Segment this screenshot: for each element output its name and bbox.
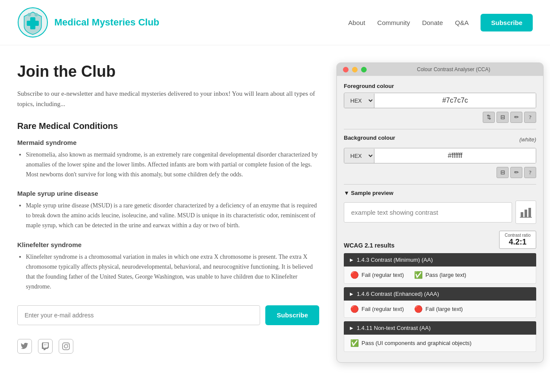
contrast-ratio-label: Contrast ratio — [505, 233, 531, 238]
window-close-button[interactable] — [343, 67, 349, 72]
wcag-result-text-1-4-3-0: Fail (regular text) — [361, 272, 404, 278]
svg-rect-9 — [525, 210, 527, 217]
wcag-label-1-4-3: 1.4.3 Contrast (Minimum) (AA) — [357, 257, 433, 263]
cca-titlebar: Colour Contrast Analyser (CCA) — [337, 63, 543, 76]
site-header: Medical Mysteries Club About Community D… — [0, 0, 550, 45]
main-layout: Join the Club Subscribe to our e-newslet… — [0, 45, 550, 380]
pass-icon-1-4-11-0: ✅ — [350, 339, 359, 347]
svg-point-6 — [64, 345, 68, 348]
twitter-icon[interactable] — [17, 339, 32, 354]
cca-body: Foreground colour HEX RGB HSL ⇅ ⊟ ✏ ? — [337, 76, 543, 362]
sample-preview-row: example text showing contrast — [344, 201, 536, 224]
bg-label: Background colour — [344, 135, 395, 141]
wcag-result-1-4-3-0: 🔴 Fail (regular text) — [350, 271, 404, 279]
main-nav: About Community Donate Q&A Subscribe — [348, 14, 533, 31]
wcag-title: WCAG 2.1 results — [344, 242, 394, 249]
svg-rect-10 — [528, 208, 531, 217]
svg-rect-2 — [27, 21, 39, 26]
window-minimize-button[interactable] — [352, 67, 358, 72]
bg-help-icon[interactable]: ? — [524, 167, 536, 178]
nav-qa[interactable]: Q&A — [455, 19, 469, 26]
cca-window: Colour Contrast Analyser (CCA) Foregroun… — [336, 63, 544, 363]
contrast-ratio-value: 4.2:1 — [505, 238, 531, 247]
contrast-ratio-box: Contrast ratio 4.2:1 — [499, 231, 536, 249]
instagram-icon[interactable] — [59, 339, 73, 354]
bg-value-input[interactable] — [374, 148, 536, 163]
fail-icon-1-4-6-1: 🔴 — [414, 305, 423, 313]
wcag-item-header-1-4-6[interactable]: ▶ 1.4.6 Contrast (Enhanced) (AAA) — [344, 287, 536, 301]
bg-label-row: Background colour (white) — [344, 135, 536, 144]
condition-maple: Maple syrup urine disease Maple syrup ur… — [17, 190, 319, 230]
fg-eyedropper-icon[interactable]: ✏ — [510, 112, 522, 123]
svg-rect-8 — [521, 212, 523, 217]
wcag-label-1-4-6: 1.4.6 Contrast (Enhanced) (AAA) — [357, 291, 439, 297]
wcag-result-text-1-4-11-0: Pass (UI components and graphical object… — [361, 340, 471, 346]
fg-sliders-icon[interactable]: ⊟ — [497, 112, 509, 123]
email-subscribe-row: Subscribe — [17, 305, 319, 325]
sample-preview-label: ▼ Sample preview — [344, 190, 536, 196]
svg-point-3 — [28, 13, 31, 16]
svg-rect-5 — [63, 343, 69, 350]
wcag-header-row: WCAG 2.1 results Contrast ratio 4.2:1 — [344, 231, 536, 249]
email-input[interactable] — [17, 305, 260, 325]
preview-divider — [344, 184, 536, 185]
wcag-item-1-4-6: ▶ 1.4.6 Contrast (Enhanced) (AAA) 🔴 Fail… — [344, 287, 536, 318]
bg-eyedropper-icon[interactable]: ✏ — [510, 167, 522, 178]
site-logo — [17, 7, 48, 38]
sample-chart-button[interactable] — [515, 201, 536, 224]
wcag-item-header-1-4-11[interactable]: ▶ 1.4.11 Non-text Contrast (AA) — [344, 321, 536, 335]
wcag-item-body-1-4-6: 🔴 Fail (regular text) 🔴 Fail (large text… — [344, 301, 536, 318]
window-maximize-button[interactable] — [361, 67, 367, 72]
wcag-chevron-1-4-6: ▶ — [350, 292, 353, 296]
wcag-item-1-4-11: ▶ 1.4.11 Non-text Contrast (AA) ✅ Pass (… — [344, 321, 536, 352]
left-column: Join the Club Subscribe to our e-newslet… — [17, 63, 319, 363]
wcag-result-1-4-3-1: ✅ Pass (large text) — [414, 271, 466, 279]
logo-area: Medical Mysteries Club — [17, 7, 159, 38]
condition-name-0: Mermaid syndrome — [17, 139, 319, 146]
nav-community[interactable]: Community — [377, 19, 410, 26]
pass-icon-1-4-3-1: ✅ — [414, 271, 423, 279]
sample-text: example text showing contrast — [344, 202, 512, 223]
wcag-item-header-1-4-3[interactable]: ▶ 1.4.3 Contrast (Minimum) (AA) — [344, 253, 536, 267]
svg-point-4 — [35, 13, 38, 16]
subscribe-button[interactable]: Subscribe — [265, 305, 319, 325]
fg-label: Foreground colour — [344, 83, 536, 89]
bg-tools-row: ⊟ ✏ ? — [344, 167, 536, 178]
fg-tools-row: ⇅ ⊟ ✏ ? — [344, 112, 536, 123]
wcag-result-text-1-4-6-1: Fail (large text) — [425, 306, 463, 312]
fg-bg-divider — [344, 129, 536, 129]
condition-desc-2: Klinefelter syndrome is a chromosomal va… — [17, 252, 319, 292]
condition-name-1: Maple syrup urine disease — [17, 190, 319, 197]
condition-name-2: Klinefelter syndrome — [17, 241, 319, 248]
bg-color-input-row: HEX RGB HSL — [344, 148, 536, 163]
page-title: Join the Club — [17, 63, 319, 81]
condition-mermaid: Mermaid syndrome Sirenomelia, also known… — [17, 139, 319, 179]
wcag-result-1-4-11-0: ✅ Pass (UI components and graphical obje… — [350, 339, 471, 347]
wcag-label-1-4-11: 1.4.11 Non-text Contrast (AA) — [357, 325, 431, 331]
wcag-result-1-4-6-0: 🔴 Fail (regular text) — [350, 305, 404, 313]
svg-point-7 — [68, 344, 69, 345]
right-column: Colour Contrast Analyser (CCA) Foregroun… — [336, 63, 533, 363]
fail-icon-1-4-6-0: 🔴 — [350, 305, 359, 313]
condition-desc-0: Sirenomelia, also known as mermaid syndr… — [17, 150, 319, 179]
fg-swap-icon[interactable]: ⇅ — [483, 112, 495, 123]
wcag-result-text-1-4-3-1: Pass (large text) — [425, 272, 466, 278]
fail-icon-1-4-3-0: 🔴 — [350, 271, 359, 279]
condition-desc-1: Maple syrup urine disease (MSUD) is a ra… — [17, 201, 319, 230]
nav-donate[interactable]: Donate — [422, 19, 443, 26]
twitch-icon[interactable] — [38, 339, 53, 354]
wcag-item-1-4-3: ▶ 1.4.3 Contrast (Minimum) (AA) 🔴 Fail (… — [344, 253, 536, 284]
wcag-result-1-4-6-1: 🔴 Fail (large text) — [414, 305, 463, 313]
cca-title: Colour Contrast Analyser (CCA) — [370, 66, 537, 72]
bg-sliders-icon[interactable]: ⊟ — [497, 167, 509, 178]
fg-format-select[interactable]: HEX RGB HSL — [344, 94, 374, 108]
header-subscribe-button[interactable]: Subscribe — [481, 14, 533, 31]
section-heading: Rare Medical Conditions — [17, 121, 319, 131]
fg-value-input[interactable] — [374, 93, 536, 108]
wcag-item-body-1-4-11: ✅ Pass (UI components and graphical obje… — [344, 335, 536, 352]
condition-klinefelter: Klinefelter syndrome Klinefelter syndrom… — [17, 241, 319, 292]
bg-format-select[interactable]: HEX RGB HSL — [344, 149, 374, 163]
fg-help-icon[interactable]: ? — [524, 112, 536, 123]
wcag-chevron-1-4-3: ▶ — [350, 257, 353, 262]
nav-about[interactable]: About — [348, 19, 365, 26]
